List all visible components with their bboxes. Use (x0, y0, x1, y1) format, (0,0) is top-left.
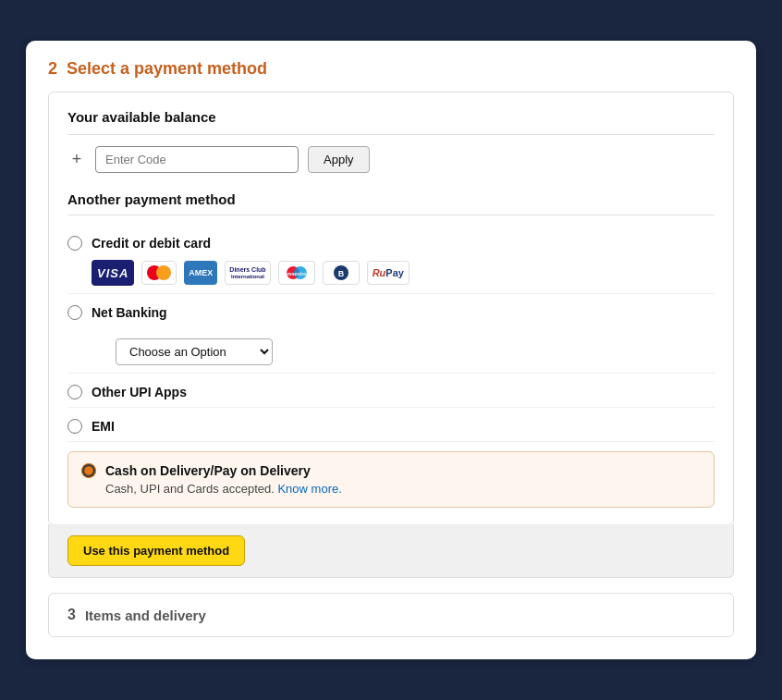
rupay-text: Ru (373, 267, 386, 278)
section2-header: 2 Select a payment method (48, 59, 734, 79)
cod-radio[interactable] (81, 463, 96, 478)
upi-radio[interactable] (67, 385, 82, 399)
cod-label[interactable]: Cash on Delivery/Pay on Delivery (105, 463, 311, 478)
credit-debit-option: Credit or debit card VISA AMEX Diners Cl… (67, 225, 715, 294)
upi-row: Other UPI Apps (67, 385, 715, 399)
cod-row: Cash on Delivery/Pay on Delivery (81, 463, 701, 478)
cod-option: Cash on Delivery/Pay on Delivery Cash, U… (67, 451, 715, 508)
apply-button[interactable]: Apply (308, 146, 370, 173)
diners-line2: International (231, 274, 264, 280)
credit-debit-label[interactable]: Credit or debit card (92, 236, 211, 251)
diners-line1: Diners Club (229, 266, 265, 274)
maestro-logo: maestro (278, 261, 315, 285)
net-banking-option: Net Banking Choose an Option State Bank … (67, 294, 715, 374)
mastercard-logo (141, 261, 177, 285)
code-input[interactable] (95, 146, 299, 173)
upi-option: Other UPI Apps (67, 374, 715, 408)
plus-icon[interactable]: + (67, 151, 86, 169)
mc-right-circle (156, 265, 171, 280)
cod-wrapper: Cash on Delivery/Pay on Delivery Cash, U… (67, 451, 715, 508)
section2-title: Select a payment method (67, 59, 267, 79)
use-payment-button[interactable]: Use this payment method (67, 535, 245, 566)
net-banking-dropdown[interactable]: Choose an Option State Bank of India HDF… (116, 338, 273, 365)
credit-debit-row: Credit or debit card (67, 236, 715, 251)
rupay-logo: RuPay (367, 261, 409, 285)
card-logos: VISA AMEX Diners Club International (92, 260, 715, 286)
amex-logo: AMEX (184, 261, 217, 285)
know-more-link[interactable]: Know more. (277, 482, 341, 496)
bhim-logo: B (323, 261, 360, 285)
credit-debit-radio[interactable] (67, 236, 82, 251)
emi-row: EMI (67, 419, 715, 434)
emi-radio[interactable] (67, 419, 82, 434)
cod-desc-text: Cash, UPI and Cards accepted. (105, 482, 275, 496)
upi-label[interactable]: Other UPI Apps (92, 385, 187, 399)
cod-description: Cash, UPI and Cards accepted. Know more. (105, 482, 701, 496)
action-bar: Use this payment method (48, 524, 734, 578)
net-banking-radio[interactable] (67, 305, 82, 320)
balance-heading: Your available balance (67, 109, 715, 135)
code-row: + Apply (67, 146, 715, 173)
visa-logo: VISA (92, 260, 134, 286)
diners-logo: Diners Club International (225, 261, 270, 285)
section3-title: Items and delivery (85, 608, 206, 623)
section2-number: 2 (48, 59, 57, 79)
another-payment-heading: Another payment method (67, 191, 715, 215)
svg-text:B: B (337, 269, 344, 278)
section3-number: 3 (67, 607, 76, 623)
net-banking-label[interactable]: Net Banking (92, 305, 167, 320)
svg-text:maestro: maestro (287, 271, 307, 276)
section3-header: 3 Items and delivery (48, 593, 734, 637)
inner-panel: Your available balance + Apply Another p… (48, 92, 734, 525)
emi-option: EMI (67, 408, 715, 442)
net-banking-row: Net Banking (67, 305, 715, 320)
payment-card: 2 Select a payment method Your available… (26, 41, 756, 659)
emi-label[interactable]: EMI (92, 419, 115, 434)
